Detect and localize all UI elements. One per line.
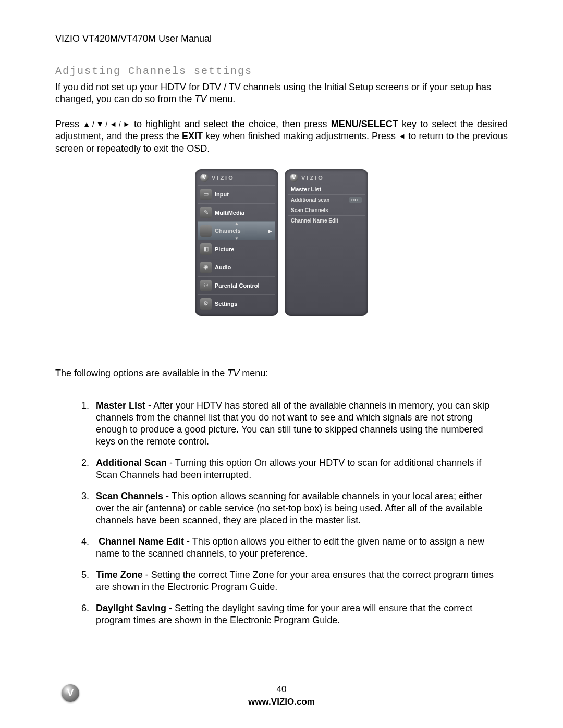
osd-label: Audio — [215, 264, 231, 270]
picture-icon: ◧ — [200, 243, 212, 255]
intro-paragraph: If you did not set up your HDTV for DTV … — [55, 81, 508, 106]
osd-label: Settings — [215, 301, 237, 307]
option-name: Scan Channels — [96, 491, 163, 501]
osd-item-channels[interactable]: ▲ ≡ Channels ▶ ▼ — [198, 221, 275, 240]
options-list: Master List - After your HDTV has stored… — [92, 400, 508, 626]
osd-sub-scan[interactable]: Scan Channels — [288, 205, 365, 215]
menu-select-key: MENU/SELECT — [331, 119, 398, 129]
press-text-1: Press — [55, 119, 83, 129]
options-intro-2: menu: — [239, 368, 268, 378]
osd-label: MultiMedia — [215, 209, 244, 216]
osd-item-parental[interactable]: ⚇ Parental Control — [198, 276, 275, 294]
option-item-scanchannels: Scan Channels - This option allows scann… — [92, 490, 503, 526]
osd-sub-label: Master List — [291, 186, 321, 192]
option-item-timezone: Time Zone - Setting the correct Time Zon… — [92, 569, 503, 593]
section-title: Adjusting Channels settings — [55, 65, 508, 77]
osd-figure: V VIZIO ▭ Input ✎ MultiMedia ▲ ≡ Channel… — [55, 169, 508, 316]
chevron-up-icon: ▲ — [235, 221, 239, 226]
channels-icon: ≡ — [200, 225, 212, 237]
osd-item-input[interactable]: ▭ Input — [198, 185, 275, 203]
option-name: Additional Scan — [96, 458, 167, 468]
page-number: 40 — [0, 684, 563, 695]
intro-tv-word: TV — [194, 94, 206, 104]
settings-icon: ⚙ — [200, 298, 212, 310]
audio-icon: ◉ — [200, 262, 212, 273]
option-item-channelname: Channel Name Edit - This option allows y… — [92, 536, 503, 560]
osd-sub-label: Scan Channels — [291, 207, 328, 213]
intro-text-1: If you did not set up your HDTV for DTV … — [55, 82, 491, 104]
osd-brand: VIZIO — [212, 175, 235, 181]
vizio-logo-icon: V — [290, 174, 298, 182]
option-desc: - Setting the correct Time Zone for your… — [96, 570, 494, 592]
options-intro-1: The following options are available in t… — [55, 368, 227, 378]
options-intro-tv: TV — [227, 368, 239, 378]
osd-sub-panel: V VIZIO Master List Additional scan OFF … — [285, 169, 368, 316]
osd-header: V VIZIO — [288, 172, 365, 185]
press-text-4: key when finished making adjustments. Pr… — [203, 131, 398, 141]
press-paragraph: Press ▲ / ▼ / ◄ / ► to highlight and sel… — [55, 118, 508, 155]
osd-main-panel: V VIZIO ▭ Input ✎ MultiMedia ▲ ≡ Channel… — [195, 169, 278, 316]
osd-label: Channels — [215, 228, 241, 234]
options-intro: The following options are available in t… — [55, 368, 508, 379]
off-badge: OFF — [349, 197, 362, 203]
option-name: Daylight Saving — [96, 603, 166, 613]
osd-item-audio[interactable]: ◉ Audio — [198, 258, 275, 276]
option-item-additionalscan: Additional Scan - Turning this option On… — [92, 457, 503, 481]
osd-sub-label: Additional scan — [291, 197, 329, 203]
osd-sub-label: Channel Name Edit — [291, 218, 338, 224]
footer-url: www.VIZIO.com — [0, 697, 563, 707]
page-header: VIZIO VT420M/VT470M User Manual — [55, 33, 508, 44]
option-desc: - After your HDTV has stored all of the … — [96, 400, 489, 447]
intro-text-2: menu. — [206, 94, 235, 104]
chevron-right-icon: ▶ — [268, 228, 272, 233]
input-icon: ▭ — [200, 189, 212, 200]
osd-header: V VIZIO — [198, 172, 275, 185]
press-text-2: to highlight and select the choice, then… — [130, 119, 331, 129]
arrow-keys: ▲ / ▼ / ◄ / ► — [83, 119, 130, 129]
osd-item-multimedia[interactable]: ✎ MultiMedia — [198, 203, 275, 221]
exit-key: EXIT — [182, 131, 203, 141]
osd-label: Input — [215, 191, 229, 198]
multimedia-icon: ✎ — [200, 207, 212, 218]
option-name: Master List — [96, 400, 145, 411]
osd-item-settings[interactable]: ⚙ Settings — [198, 294, 275, 313]
option-name: Channel Name Edit — [99, 536, 184, 547]
vizio-logo-icon: V — [200, 174, 209, 182]
osd-item-picture[interactable]: ◧ Picture — [198, 240, 275, 258]
osd-brand: VIZIO — [301, 175, 324, 181]
option-item-daylight: Daylight Saving - Setting the daylight s… — [92, 602, 503, 626]
page-footer: 40 www.VIZIO.com — [0, 684, 563, 707]
parental-icon: ⚇ — [200, 280, 212, 291]
option-name: Time Zone — [96, 570, 143, 580]
left-arrow-icon: ◄ — [398, 131, 406, 141]
osd-label: Parental Control — [215, 282, 260, 289]
osd-sub-additional[interactable]: Additional scan OFF — [288, 194, 365, 205]
osd-label: Picture — [215, 246, 234, 252]
osd-sub-nameedit[interactable]: Channel Name Edit — [288, 215, 365, 226]
option-item-masterlist: Master List - After your HDTV has stored… — [92, 400, 503, 448]
osd-sub-masterlist[interactable]: Master List — [288, 185, 365, 194]
